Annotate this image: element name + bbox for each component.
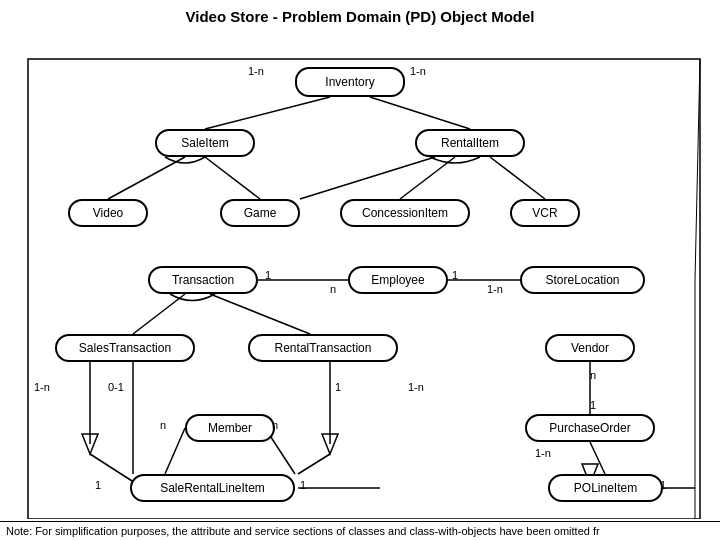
svg-line-23 [590,442,605,474]
node-rentaltransaction: RentalTransaction [248,334,398,362]
node-purchaseorder: PurchaseOrder [525,414,655,442]
node-member: Member [185,414,275,442]
svg-line-3 [108,157,185,199]
svg-line-2 [370,97,470,129]
node-polineitem: POLineItem [548,474,663,502]
node-inventory: Inventory [295,67,405,97]
node-transaction: Transaction [148,266,258,294]
label-trans-emp-n: n [330,283,336,295]
node-video: Video [68,199,148,227]
svg-line-4 [205,157,260,199]
label-member-n-left: n [160,419,166,431]
page-title: Video Store - Problem Domain (PD) Object… [0,0,720,29]
label-po-1n: 1-n [535,447,551,459]
label-po-1: 1 [660,479,666,491]
svg-line-5 [300,157,435,199]
node-employee: Employee [348,266,448,294]
label-sales-left-1n: 1-n [34,381,50,393]
label-emp-store-1: 1 [452,269,458,281]
label-inv-right-1n: 1-n [410,65,426,77]
svg-line-1 [205,97,330,129]
svg-line-20 [298,454,330,474]
node-game: Game [220,199,300,227]
node-storelocation: StoreLocation [520,266,645,294]
svg-line-25 [695,59,700,280]
svg-line-6 [400,157,455,199]
label-srli-right-1: 1 [300,479,306,491]
svg-line-7 [490,157,545,199]
label-sales-bottom-1: 1 [95,479,101,491]
label-sales-left-01: 0-1 [108,381,124,393]
label-rental-right-1n: 1-n [408,381,424,393]
node-salestransaction: SalesTransaction [55,334,195,362]
label-member-n-right: n [272,419,278,431]
node-concessionitem: ConcessionItem [340,199,470,227]
page: Video Store - Problem Domain (PD) Object… [0,0,720,540]
node-salerentallineitem: SaleRentalLineItem [130,474,295,502]
label-vendor-1: 1 [590,399,596,411]
svg-line-11 [210,294,310,334]
node-saleitem: SaleItem [155,129,255,157]
label-inv-left-1n: 1-n [248,65,264,77]
svg-line-10 [133,294,185,334]
label-trans-emp-1: 1 [265,269,271,281]
label-emp-store-1n: 1-n [487,283,503,295]
note-bar: Note: For simplification purposes, the a… [0,521,720,540]
node-rentalitem: RentalItem [415,129,525,157]
diagram: Inventory SaleItem RentalItem Video Game… [0,29,720,519]
label-vendor-n: n [590,369,596,381]
node-vcr: VCR [510,199,580,227]
label-rental-bottom-1: 1 [335,381,341,393]
node-vendor: Vendor [545,334,635,362]
svg-line-16 [165,428,185,474]
svg-marker-19 [322,434,338,454]
svg-marker-13 [82,434,98,454]
